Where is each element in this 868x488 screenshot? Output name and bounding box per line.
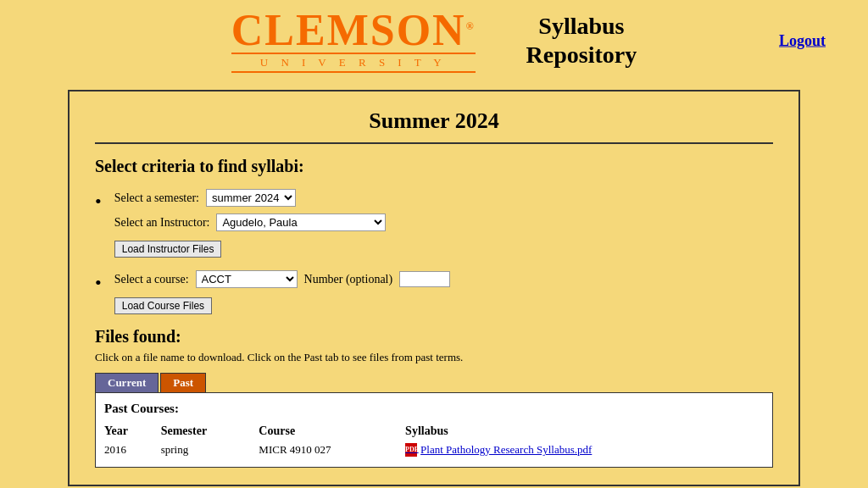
semester-heading: Summer 2024 (95, 108, 773, 134)
course-row: Select a course: ACCT Number (optional) (114, 270, 450, 288)
instructor-label: Select an Instructor: (114, 216, 210, 230)
criteria-heading: Select criteria to find syllabi: (95, 157, 773, 176)
page-title: Syllabus Repository (526, 12, 637, 69)
bullet-point-2: • (95, 272, 102, 314)
load-course-button[interactable]: Load Course Files (114, 297, 212, 314)
past-courses-heading: Past Courses: (104, 402, 764, 416)
clemson-logo-text: CLEMSON® (231, 8, 476, 53)
number-input[interactable] (399, 271, 450, 287)
header: CLEMSON® U N I V E R S I T Y Syllabus Re… (0, 0, 868, 81)
semester-select[interactable]: summer 2024 fall 2024 spring 2024 (206, 189, 296, 207)
registered-mark: ® (466, 20, 476, 32)
university-wordmark: U N I V E R S I T Y (231, 53, 476, 73)
syllabus-link[interactable]: PDF Plant Pathology Research Syllabus.pd… (405, 443, 757, 457)
cell-year: 2016 (104, 441, 161, 458)
table-row: 2016 spring MICR 4910 027 PDF Plant Path… (104, 441, 764, 458)
main-content-box: Summer 2024 Select criteria to find syll… (68, 90, 800, 486)
logout-link[interactable]: Logout (779, 32, 826, 49)
cell-syllabus: PDF Plant Pathology Research Syllabus.pd… (405, 441, 764, 458)
tab-bar: Current Past (95, 373, 773, 392)
files-found-heading: Files found: (95, 327, 773, 347)
tab-past[interactable]: Past (160, 373, 206, 392)
files-area[interactable]: Past Courses: Year Semester Course Sylla… (95, 392, 773, 468)
course-label: Select a course: (114, 273, 189, 286)
instructor-form: Select a semester: summer 2024 fall 2024… (114, 189, 387, 258)
col-course: Course (259, 423, 405, 441)
clemson-wordmark: CLEMSON (231, 6, 466, 54)
courses-table: Year Semester Course Syllabus 2016 sprin… (104, 423, 764, 458)
tab-current[interactable]: Current (95, 373, 159, 392)
col-syllabus: Syllabus (405, 423, 764, 441)
course-select[interactable]: ACCT (196, 270, 298, 288)
instructor-section: • Select a semester: summer 2024 fall 20… (95, 189, 773, 258)
cell-course: MICR 4910 027 (259, 441, 405, 458)
title-divider (95, 142, 773, 144)
course-section: • Select a course: ACCT Number (optional… (95, 270, 773, 314)
instructor-row: Select an Instructor: Agudelo, Paula (114, 214, 387, 231)
course-form: Select a course: ACCT Number (optional) … (114, 270, 450, 314)
load-course-btn-row: Load Course Files (114, 295, 450, 314)
instructor-select[interactable]: Agudelo, Paula (216, 214, 386, 231)
semester-row: Select a semester: summer 2024 fall 2024… (114, 189, 387, 207)
logo: CLEMSON® U N I V E R S I T Y (231, 8, 476, 73)
syllabus-filename: Plant Pathology Research Syllabus.pdf (420, 443, 592, 457)
semester-label: Select a semester: (114, 191, 199, 205)
load-instructor-btn-row: Load Instructor Files (114, 238, 387, 258)
load-instructor-button[interactable]: Load Instructor Files (114, 241, 222, 258)
number-label: Number (optional) (304, 273, 393, 286)
col-year: Year (104, 423, 161, 441)
files-found-description: Click on a file name to download. Click … (95, 351, 773, 364)
bullet-point-1: • (95, 191, 102, 258)
cell-semester: spring (161, 441, 259, 458)
logout-container: Logout (779, 32, 826, 50)
pdf-icon: PDF (405, 443, 417, 457)
col-semester: Semester (161, 423, 259, 441)
